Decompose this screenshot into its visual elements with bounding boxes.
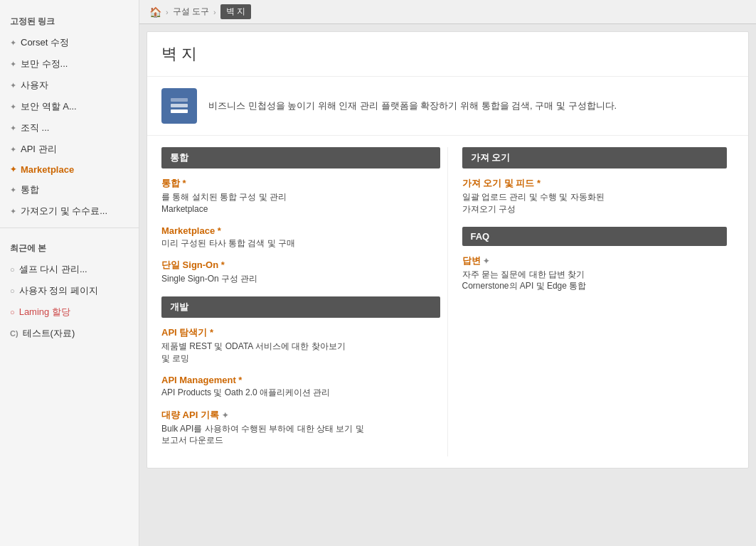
main-grid: 통합 통합 * 를 통해 설치된 통합 구성 및 관리 Marketplace … [147,136,748,468]
import-feed-desc-2: 가져오기 구성 [462,203,728,215]
import-feed-desc-1: 일괄 업로드 관리 및 수행 및 자동화된 [462,191,728,203]
breadcrumb-separator: › [166,8,169,16]
right-column: 가져 오기 가져 오기 및 피드 * 일괄 업로드 관리 및 수행 및 자동화된… [448,147,735,456]
svg-rect-1 [171,104,188,107]
sidebar-item-api-management[interactable]: ✦ API 관리 [0,139,139,160]
integration-header: 통합 [161,147,440,168]
sidebar-item-org[interactable]: ✦ 조직 ... [0,117,139,139]
page-title: 벽 지 [161,43,734,65]
bulk-api-item: 대량 API 기록 ✦ Bulk API를 사용하여 수행된 부하에 대한 상태… [161,409,440,447]
pin-icon: ✦ [10,145,16,154]
api-explorer-item: API 탐색기 * 제품별 REST 및 ODATA 서비스에 대한 찾아보기 … [161,326,440,365]
svg-rect-2 [171,109,188,113]
recent-section-title: 최근에 본 [0,234,139,259]
bulk-api-pin-icon: ✦ [222,411,228,419]
sidebar-item-self-manage[interactable]: ○ 셀프 다시 관리... [0,259,139,280]
marketplace-item: Marketplace * 미리 구성된 타사 통합 검색 및 구매 [161,225,440,250]
sidebar-item-security-role[interactable]: ✦ 보안 역할 A... [0,96,139,117]
import-header: 가져 오기 [462,147,728,168]
sidebar-item-users[interactable]: ✦ 사용자 [0,75,139,96]
api-explorer-desc-1: 제품별 REST 및 ODATA 서비스에 대한 찾아보기 [161,341,440,353]
pin-icon: ✦ [10,81,16,90]
integration-desc-1: 를 통해 설치된 통합 구성 및 관리 [161,191,440,203]
page-content: 벽 지 비즈니스 민첩성을 높이기 위해 인재 관리 플랫폼을 확장하기 위해 … [139,24,756,546]
sso-item: 단일 Sign-On * Single Sign-On 구성 관리 [161,259,440,285]
breadcrumb-bar: 🏠 › 구설 도구 › 벽 지 [139,0,756,24]
bulk-api-desc-2: 보고서 다운로드 [161,434,440,446]
bulk-api-title[interactable]: 대량 API 기록 ✦ [161,409,440,422]
svg-rect-0 [171,98,188,102]
integration-desc-2: Marketplace [161,203,440,215]
c-icon: C) [10,329,18,338]
pin-icon: ✦ [10,60,16,69]
bulk-api-desc-1: Bulk API를 사용하여 수행된 부하에 대한 상태 보기 및 [161,423,440,435]
marketplace-desc: 미리 구성된 타사 통합 검색 및 구매 [161,237,440,250]
faq-title[interactable]: 답변 ✦ [462,255,728,267]
dev-header: 개발 [161,296,440,318]
faq-item: 답변 ✦ 자주 묻는 질문에 대한 답변 찾기 Cornerstone의 API… [462,255,728,293]
pin-icon: ✦ [10,186,16,195]
faq-desc-1: 자주 묻는 질문에 대한 답변 찾기 [462,269,728,281]
sidebar-item-test[interactable]: C) 테스트(자료) [0,323,139,344]
pin-icon: ✦ [10,207,16,216]
description-text: 비즈니스 민첩성을 높이기 위해 인재 관리 플랫폼을 확장하기 위해 통합을 … [208,100,617,112]
sidebar-item-marketplace[interactable]: ✦ Marketplace [0,160,139,179]
sidebar: 고정된 링크 ✦ Corset 수정 ✦ 보만 수정... ✦ 사용자 ✦ 보안… [0,0,139,546]
api-explorer-title[interactable]: API 탐색기 * [161,326,440,339]
integration-item: 통합 * 를 통해 설치된 통합 구성 및 관리 Marketplace [161,177,440,215]
sso-desc: Single Sign-On 구성 관리 [161,273,440,285]
clock-icon: ○ [10,287,15,295]
circle-icon: ○ [10,308,15,316]
sso-title[interactable]: 단일 Sign-On * [161,259,440,272]
faq-pin-icon: ✦ [483,257,489,265]
pin-icon: ✦ [10,102,16,112]
pin-icon-active: ✦ [10,165,16,174]
breadcrumb-separator-2: › [213,8,216,16]
pin-icon: ✦ [10,124,16,133]
sidebar-item-laming[interactable]: ○ Laming 할당 [0,301,139,323]
home-icon[interactable]: 🏠 [149,6,161,18]
api-management-title[interactable]: API Management * [161,375,440,385]
sidebar-item-import[interactable]: ✦ 가져오기 및 수수료... [0,200,139,222]
pin-icon: ✦ [10,38,16,48]
api-explorer-desc-2: 및 로밍 [161,353,440,365]
faq-desc-2: Cornerstone의 API 및 Edge 통합 [462,280,728,292]
layers-icon [169,95,190,117]
main-wrapper: 🏠 › 구설 도구 › 벽 지 벽 지 비즈니스 민첩성을 높이기 위해 [139,0,756,546]
clock-icon: ○ [10,265,15,274]
breadcrumb-tools[interactable]: 구설 도구 [173,6,209,18]
breadcrumb-current: 벽 지 [220,4,251,19]
import-feed-title[interactable]: 가져 오기 및 피드 * [462,177,728,190]
import-feed-item: 가져 오기 및 피드 * 일괄 업로드 관리 및 수행 및 자동화된 가져오기 … [462,177,728,215]
sidebar-item-integration[interactable]: ✦ 통합 [0,179,139,200]
description-section: 비즈니스 민첩성을 높이기 위해 인재 관리 플랫폼을 확장하기 위해 통합을 … [147,77,748,136]
faq-header: FAQ [462,227,728,246]
api-management-desc: API Products 및 Oath 2.0 애플리케이션 관리 [161,387,440,399]
integration-title[interactable]: 통합 * [161,177,440,190]
sidebar-item-corset[interactable]: ✦ Corset 수정 [0,32,139,53]
marketplace-title[interactable]: Marketplace * [161,225,440,236]
app-icon [161,88,197,124]
api-management-item: API Management * API Products 및 Oath 2.0… [161,375,440,399]
content-panel: 벽 지 비즈니스 민첩성을 높이기 위해 인재 관리 플랫폼을 확장하기 위해 … [147,31,749,469]
sidebar-item-custom-page[interactable]: ○ 사용자 정의 페이지 [0,280,139,301]
pinned-section-title: 고정된 링크 [0,7,139,32]
sidebar-item-boman[interactable]: ✦ 보만 수정... [0,53,139,75]
page-title-section: 벽 지 [147,32,748,77]
sidebar-divider [0,228,139,228]
left-column: 통합 통합 * 를 통해 설치된 통합 구성 및 관리 Marketplace … [161,147,448,456]
